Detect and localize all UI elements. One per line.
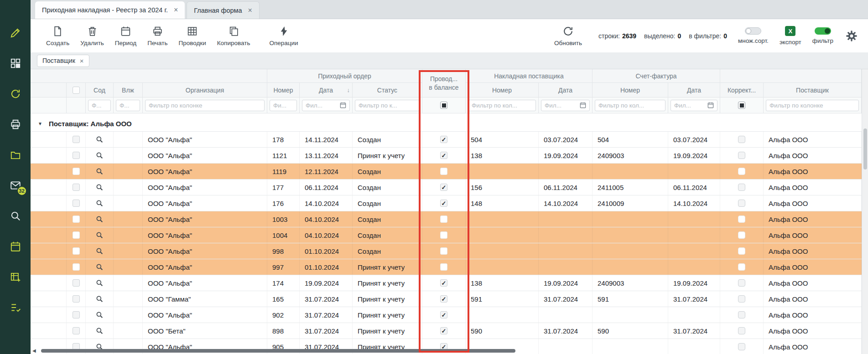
filter-supplier-input[interactable] (769, 102, 855, 109)
column-header-supplier-invoice-number[interactable]: Номер (466, 83, 539, 97)
calendar-icon[interactable] (707, 102, 714, 108)
checkbox-unchecked[interactable] (440, 247, 447, 255)
filter-toggle[interactable] (815, 27, 831, 35)
search-icon[interactable] (96, 311, 104, 319)
column-header-status[interactable]: Статус (353, 83, 422, 97)
search-icon[interactable] (96, 279, 104, 287)
tasks-check-icon[interactable] (9, 301, 22, 314)
group-row-supplier[interactable]: ▼ Поставщик: Альфа ООО (31, 116, 862, 132)
correction-cell[interactable] (720, 259, 764, 275)
mail-icon[interactable]: 32 (9, 179, 22, 192)
checkbox-unchecked[interactable] (738, 168, 745, 175)
table-row[interactable]: ООО "Альфа"100304.10.2024СозданАльфа ООО (31, 211, 862, 227)
filter-chip-supplier[interactable]: Поставщик × (37, 55, 89, 67)
delete-button[interactable]: Удалить (75, 24, 109, 48)
checkbox-unchecked[interactable] (738, 215, 745, 223)
row-select-cell[interactable] (67, 227, 86, 243)
row-select-cell[interactable] (67, 307, 86, 323)
checkbox-unchecked[interactable] (738, 200, 745, 207)
search-icon[interactable] (96, 200, 104, 207)
search-icon[interactable] (96, 231, 104, 239)
correction-cell[interactable] (720, 132, 764, 147)
row-open-cell[interactable] (86, 211, 114, 227)
table-row[interactable]: ООО "Альфа"17419.09.2024Принят к учету✓1… (31, 275, 862, 291)
correction-cell[interactable] (720, 164, 764, 179)
column-header-sod[interactable]: Сод (86, 83, 114, 97)
checkbox-unchecked[interactable] (73, 184, 80, 191)
posted-cell[interactable] (422, 164, 466, 179)
row-open-cell[interactable] (86, 307, 114, 323)
checkbox-unchecked[interactable] (738, 279, 745, 287)
close-icon[interactable]: × (174, 6, 178, 14)
export-button[interactable]: X экспорт (780, 26, 801, 46)
row-open-cell[interactable] (86, 259, 114, 275)
column-header-supplier-invoice-date[interactable]: Дата (539, 83, 593, 97)
group-header-invoice[interactable]: Счет-фактура (593, 69, 720, 83)
row-open-cell[interactable] (86, 243, 114, 259)
table-row[interactable]: ООО "Альфа"99701.10.2024Принят к учетуАл… (31, 259, 862, 275)
group-header-supplier-invoice[interactable]: Накладная поставщика (466, 69, 593, 83)
table-row[interactable]: ООО "Альфа"100404.10.2024СозданАльфа ООО (31, 227, 862, 243)
correction-cell[interactable] (720, 148, 764, 163)
row-open-cell[interactable] (86, 148, 114, 163)
table-row[interactable]: ООО "Альфа"112113.11.2024Принят к учету✓… (31, 148, 862, 164)
copy-button[interactable]: Копировать (212, 24, 256, 48)
row-select-cell[interactable] (67, 148, 86, 163)
checkbox-unchecked[interactable] (73, 168, 80, 175)
search-icon[interactable] (96, 247, 104, 255)
postings-button[interactable]: Проводки (173, 24, 211, 48)
multisort-toggle[interactable] (745, 27, 761, 35)
table-row[interactable]: ООО "Альфа"99801.10.2024СозданАльфа ООО (31, 243, 862, 259)
row-select-cell[interactable] (67, 243, 86, 259)
posted-cell[interactable]: ✓ (422, 148, 466, 163)
posted-cell[interactable] (422, 259, 466, 275)
checkbox-checked[interactable]: ✓ (440, 136, 447, 143)
filter-supplier-invoice-number-input[interactable] (472, 102, 532, 109)
row-open-cell[interactable] (86, 195, 114, 211)
checkbox-checked[interactable]: ✓ (440, 279, 447, 287)
posted-cell[interactable] (422, 227, 466, 243)
correction-cell[interactable] (720, 307, 764, 323)
select-all-checkbox[interactable] (73, 87, 80, 94)
group-header-order[interactable]: Приходный ордер (267, 69, 422, 83)
filter-invoice-date-input[interactable] (674, 102, 706, 109)
search-icon[interactable] (96, 263, 104, 271)
row-open-cell[interactable] (86, 164, 114, 179)
correction-cell[interactable] (720, 227, 764, 243)
print-docs-icon[interactable] (9, 118, 22, 131)
column-header-posted[interactable]: Провод... в балансе (422, 69, 466, 97)
table-row[interactable]: ООО "Альфа"17614.10.2024Создан✓14814.10.… (31, 195, 862, 211)
posted-cell[interactable]: ✓ (422, 180, 466, 195)
posted-cell[interactable]: ✓ (422, 323, 466, 339)
row-select-cell[interactable] (67, 291, 86, 307)
search-nav-icon[interactable] (9, 210, 22, 222)
row-open-cell[interactable] (86, 323, 114, 339)
correction-cell[interactable] (720, 211, 764, 227)
checkbox-unchecked[interactable] (738, 263, 745, 271)
row-select-cell[interactable] (67, 323, 86, 339)
vertical-scrollbar[interactable] (862, 69, 868, 354)
posted-cell[interactable]: ✓ (422, 291, 466, 307)
table-add-icon[interactable] (9, 271, 22, 283)
posted-cell[interactable]: ✓ (422, 132, 466, 147)
checkbox-unchecked[interactable] (73, 136, 80, 143)
checkbox-unchecked[interactable] (440, 263, 447, 271)
sort-desc-icon[interactable]: ↓ (347, 87, 350, 93)
checkbox-unchecked[interactable] (73, 263, 80, 271)
create-button[interactable]: Создать (41, 24, 75, 48)
posted-cell[interactable] (422, 211, 466, 227)
table-row[interactable]: ООО "Альфа"17706.11.2024Создан✓15606.11.… (31, 180, 862, 195)
correction-filter-checkbox[interactable] (738, 102, 745, 109)
search-icon[interactable] (96, 184, 104, 191)
modules-grid-icon[interactable] (9, 57, 22, 70)
row-open-cell[interactable] (86, 180, 114, 195)
table-row[interactable]: ООО "Альфа"90231.07.2024Принят к учету✓А… (31, 307, 862, 323)
column-header-invoice-date[interactable]: Дата (668, 83, 720, 97)
search-icon[interactable] (96, 152, 104, 159)
calendar-icon[interactable] (580, 102, 586, 108)
checkbox-unchecked[interactable] (73, 311, 80, 318)
checkbox-unchecked[interactable] (440, 215, 447, 223)
horizontal-scrollbar-thumb[interactable] (41, 349, 515, 353)
filter-organization-input[interactable] (149, 102, 261, 109)
checkbox-unchecked[interactable] (738, 152, 745, 159)
